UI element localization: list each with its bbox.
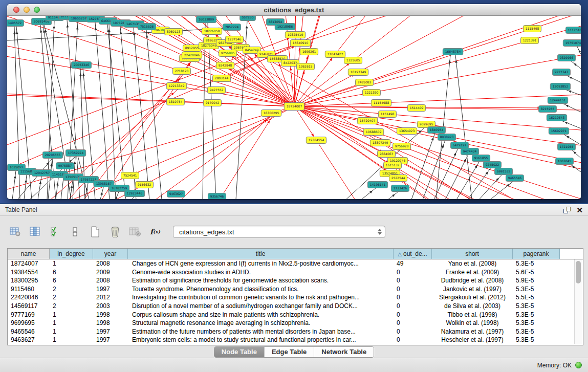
cell-name[interactable]: 19384554 bbox=[8, 268, 50, 277]
window-titlebar[interactable]: citations_edges.txt bbox=[7, 4, 581, 16]
cell-in_degree[interactable]: 6 bbox=[50, 268, 93, 277]
graph-node[interactable]: 12093852 bbox=[550, 83, 570, 90]
graph-node[interactable]: 1221390 bbox=[362, 90, 380, 96]
graph-edge[interactable] bbox=[12, 171, 16, 199]
table-row[interactable]: 1456911722003Disruption of a novel membe… bbox=[8, 302, 583, 311]
graph-node[interactable]: 10197349 bbox=[348, 69, 368, 76]
float-window-icon[interactable] bbox=[563, 207, 570, 213]
graph-node[interactable]: 10655257 bbox=[69, 16, 89, 22]
graph-edge[interactable] bbox=[411, 133, 435, 199]
graph-node[interactable]: 1810754 bbox=[166, 99, 184, 105]
close-window-icon[interactable] bbox=[13, 7, 19, 13]
graph-edge[interactable] bbox=[109, 25, 116, 199]
cell-name[interactable]: 9115460 bbox=[8, 285, 50, 294]
graph-node[interactable]: 9884067 bbox=[377, 151, 395, 158]
vertical-scrollbar[interactable] bbox=[574, 259, 582, 344]
graph-node[interactable]: 18300295 bbox=[261, 110, 281, 117]
cell-year[interactable]: 2008 bbox=[93, 259, 128, 268]
graph-node[interactable]: 1003045 bbox=[555, 158, 573, 165]
delete-icon[interactable] bbox=[109, 226, 121, 238]
graph-node[interactable]: 1840954 bbox=[427, 127, 445, 134]
graph-node[interactable]: 9245022 bbox=[483, 162, 501, 168]
cell-title[interactable]: Embryonic stem cells: a model to study s… bbox=[128, 336, 394, 344]
graph-node[interactable]: 9465546 bbox=[506, 175, 524, 182]
cell-short[interactable]: Yano et al. (2008) bbox=[432, 259, 513, 268]
new-file-icon[interactable] bbox=[89, 226, 101, 238]
tab-edge-table[interactable]: Edge Table bbox=[265, 347, 314, 357]
cell-in_degree[interactable]: 6 bbox=[50, 276, 93, 285]
graph-node[interactable]: 15640910 bbox=[290, 40, 310, 47]
cell-short[interactable]: de Silva et al. (2003) bbox=[432, 302, 513, 311]
tab-node-table[interactable]: Node Table bbox=[214, 347, 265, 357]
graph-node[interactable]: 14196141 bbox=[367, 182, 387, 188]
graph-node[interactable]: 15751074 bbox=[563, 40, 581, 47]
cell-name[interactable]: 14569117 bbox=[8, 302, 50, 311]
graph-node[interactable]: 9975887 bbox=[56, 163, 74, 169]
graph-node[interactable]: 1221391 bbox=[520, 37, 538, 44]
graph-edge[interactable] bbox=[181, 117, 270, 199]
column-header-short[interactable]: short bbox=[432, 249, 513, 259]
graph-node[interactable]: 1237546 bbox=[225, 36, 243, 43]
graph-node[interactable]: 9156632 bbox=[135, 182, 153, 188]
graph-node[interactable]: 557230 bbox=[240, 16, 256, 21]
cell-name[interactable]: 18300295 bbox=[8, 276, 50, 285]
graph-edge[interactable] bbox=[132, 197, 134, 199]
cell-out_de[interactable]: 0 bbox=[394, 336, 432, 344]
cell-title[interactable]: Estimation of significance thresholds fo… bbox=[128, 276, 394, 285]
graph-node[interactable]: 1115498 bbox=[523, 26, 541, 32]
graph-node[interactable]: 19325419 bbox=[285, 32, 305, 38]
column-header-pagerank[interactable]: pagerank bbox=[513, 249, 560, 259]
graph-node[interactable]: 12444151 bbox=[548, 97, 568, 104]
tab-network-table[interactable]: Network Table bbox=[314, 347, 374, 357]
cell-out_de[interactable]: 0 bbox=[394, 319, 432, 327]
table-row[interactable]: 2242004622012Investigating the contribut… bbox=[8, 293, 583, 302]
cell-pagerank[interactable]: 5.3E-5 bbox=[513, 319, 560, 327]
minimize-window-icon[interactable] bbox=[24, 7, 30, 13]
table-row[interactable]: 946362711997Embryonic stem cells: a mode… bbox=[8, 336, 583, 344]
cell-short[interactable]: Dudbridge et al. (2008) bbox=[432, 276, 513, 285]
graph-node[interactable]: 2718120 bbox=[172, 68, 190, 75]
cell-out_de[interactable]: 0 bbox=[394, 302, 432, 311]
graph-node[interactable]: 1721055 bbox=[557, 144, 575, 150]
graph-edge[interactable] bbox=[203, 23, 205, 199]
row-height-icon[interactable] bbox=[69, 226, 81, 238]
graph-edge[interactable] bbox=[445, 155, 468, 199]
graph-node[interactable]: 7515526 bbox=[138, 24, 156, 30]
graph-node[interactable]: 1514409 bbox=[407, 105, 425, 112]
cell-pagerank[interactable]: 5.3E-5 bbox=[513, 336, 560, 344]
graph-node[interactable]: 15720407 bbox=[357, 118, 377, 124]
column-header-out_de[interactable]: △out_de... bbox=[394, 249, 432, 259]
cell-year[interactable]: 2008 bbox=[93, 276, 128, 285]
graph-node[interactable]: 12923446 bbox=[124, 190, 144, 197]
cell-pagerank[interactable]: 5.3E-5 bbox=[513, 311, 560, 319]
graph-node[interactable]: 10688609 bbox=[363, 129, 383, 136]
graph-node[interactable]: 1117510 bbox=[565, 27, 581, 34]
cell-name[interactable]: 18724007 bbox=[8, 259, 50, 268]
graph-node[interactable]: 9427552 bbox=[207, 87, 225, 94]
cell-short[interactable]: Jankovic et al. (1997) bbox=[432, 285, 513, 294]
cell-out_de[interactable]: 49 bbox=[394, 259, 432, 268]
graph-node[interactable]: 1151498 bbox=[378, 111, 396, 118]
table-row[interactable]: 946554611997Estimation of the future num… bbox=[8, 327, 583, 336]
cell-year[interactable]: 1997 bbox=[93, 285, 128, 294]
cell-in_degree[interactable]: 1 bbox=[50, 319, 93, 327]
cell-title[interactable]: Structural magnetic resonance image aver… bbox=[128, 319, 394, 327]
graph-node[interactable]: 9242848 bbox=[216, 62, 234, 69]
graph-edge[interactable] bbox=[220, 117, 272, 199]
cell-pagerank[interactable]: 5.6E-5 bbox=[513, 268, 560, 277]
cell-title[interactable]: Genome-wide association studies in ADHD. bbox=[128, 268, 394, 277]
graph-node[interactable]: 9170042 bbox=[203, 100, 221, 106]
graph-node[interactable]: 22420046 bbox=[182, 52, 202, 59]
table-settings-icon[interactable] bbox=[9, 226, 21, 238]
cell-in_degree[interactable]: 2 bbox=[50, 285, 93, 294]
table-row[interactable]: 977716911998Corpus callosum shape and si… bbox=[8, 311, 583, 319]
graph-node[interactable]: 9756885 bbox=[219, 50, 236, 57]
table-row[interactable]: 1830029562008Estimation of significance … bbox=[8, 276, 583, 285]
scrollbar-thumb[interactable] bbox=[576, 261, 581, 283]
graph-edge[interactable] bbox=[294, 106, 581, 180]
table-row[interactable]: 1872400712008Changes of HCN gene express… bbox=[8, 259, 583, 268]
graph-edge[interactable] bbox=[294, 16, 525, 106]
graph-node[interactable]: 1615132 bbox=[383, 162, 401, 169]
cell-out_de[interactable]: 0 bbox=[394, 327, 432, 336]
close-icon[interactable]: ✕ bbox=[576, 207, 583, 213]
